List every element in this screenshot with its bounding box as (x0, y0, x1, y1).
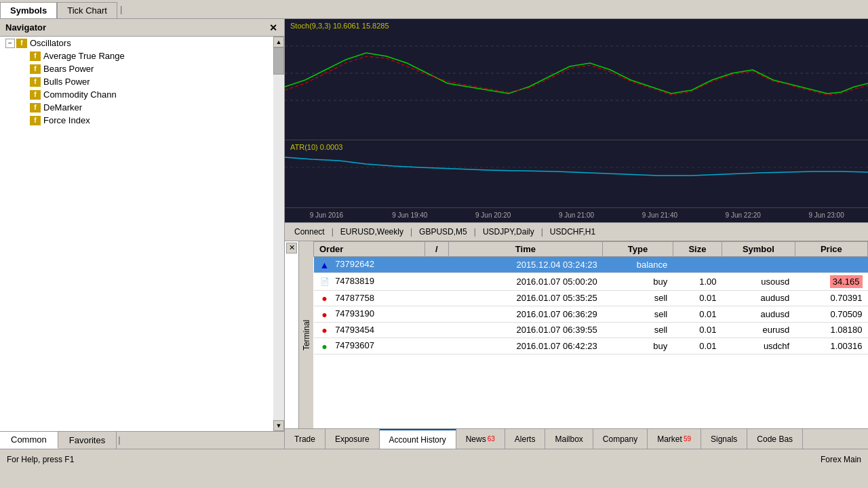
table-row[interactable]: ● 74793607 2016.01.07 06:42:23 buy 0.01 … (314, 338, 868, 354)
tree-toggle-oscillators[interactable]: − (5, 39, 15, 48)
col-time[interactable]: Time (448, 241, 603, 256)
btab-news[interactable]: News63 (456, 429, 505, 449)
symbol-usdjpy-daily[interactable]: USDJPY,Daily (479, 226, 538, 238)
tab-divider: | (117, 4, 125, 14)
tree-scroll-down-button[interactable]: ▼ (273, 420, 284, 431)
order-cell: ● 74787758 (314, 290, 425, 306)
col-symbol[interactable]: Symbol (722, 241, 795, 256)
tree-oscillators-group[interactable]: − f Oscillators (0, 37, 284, 49)
size-cell: 0.01 (673, 322, 722, 338)
status-help-text: For Help, press F1 (7, 455, 74, 464)
btab-mailbox[interactable]: Mailbox (545, 429, 593, 449)
table-row[interactable]: ● 74787758 2016.01.07 05:35:25 sell 0.01… (314, 290, 868, 306)
btab-alerts[interactable]: Alerts (505, 429, 546, 449)
btab-company[interactable]: Company (593, 429, 648, 449)
btab-account-history[interactable]: Account History (380, 429, 456, 449)
type-cell: buy (603, 272, 673, 290)
price-cell: 1.00316 (795, 338, 867, 354)
symbol-cell: usousd (722, 272, 795, 290)
symbol-cell: usdchf (722, 338, 795, 354)
symbol-bar: Connect | EURUSD,Weekly | GBPUSD,M5 | US… (285, 222, 868, 241)
tree-item-bulls-power[interactable]: f Bulls Power (0, 75, 284, 88)
terminal-label: Terminal (298, 241, 313, 428)
time-axis: 9 Jun 2016 9 Jun 19:40 9 Jun 20:20 9 Jun… (285, 207, 868, 222)
cci-indicator-icon: f (30, 90, 41, 100)
tree-item-avg-true-range[interactable]: f Average True Range (0, 49, 284, 62)
bulls-power-indicator-icon: f (30, 77, 41, 87)
buy-icon: ● (319, 341, 330, 352)
demarker-indicator-icon: f (30, 103, 41, 113)
tree-area: − f Oscillators f Average True Range f B… (0, 37, 284, 431)
order-cell: ● 74793607 (314, 338, 425, 354)
time-label-6: 9 Jun 23:00 (785, 211, 868, 219)
btab-codebase[interactable]: Code Bas (747, 429, 803, 449)
navigator-close-button[interactable]: ✕ (268, 22, 279, 33)
size-cell: 1.00 (673, 272, 722, 290)
symbol-cell: audusd (722, 290, 795, 306)
btab-signals[interactable]: Signals (701, 429, 747, 449)
news-badge: 63 (488, 435, 495, 443)
order-table[interactable]: Order / Time Type Size Symbol Price (313, 241, 868, 428)
order-cell: ▲ 73792642 (314, 256, 425, 272)
oscillators-folder-icon: f (16, 39, 27, 48)
sell-icon: ● (319, 309, 330, 320)
tab-tick-chart[interactable]: Tick Chart (57, 2, 117, 18)
time-label-0: 9 Jun 2016 (285, 211, 368, 219)
col-price[interactable]: Price (795, 241, 867, 256)
navigator-panel: Navigator ✕ − f Oscillators f Average Tr… (0, 19, 285, 449)
top-tabs-bar: Symbols Tick Chart | (0, 0, 868, 19)
right-panel: Stoch(9,3,3) 10.6061 15.8285 ATR(10) 0.0… (285, 19, 868, 449)
atr-chart-svg (285, 140, 868, 195)
table-row[interactable]: ● 74793454 2016.01.07 06:39:55 sell 0.01… (314, 322, 868, 338)
time-label-1: 9 Jun 19:40 (368, 211, 452, 219)
stoch-label: Stoch(9,3,3) 10.6061 15.8285 (290, 22, 389, 30)
tree-item-bears-power[interactable]: f Bears Power (0, 62, 284, 75)
col-size[interactable]: Size (673, 241, 722, 256)
order-cell: ● 74793190 (314, 306, 425, 323)
tree-scroll-up-button[interactable]: ▲ (273, 37, 284, 47)
size-cell: 0.01 (673, 338, 722, 354)
tree-item-force-index[interactable]: f Force Index (0, 114, 284, 127)
price-cell: 1.08180 (795, 322, 867, 338)
terminal-close-button[interactable]: ✕ (286, 243, 297, 253)
order-cell: ● 74793454 (314, 322, 425, 338)
tree-scrollbar[interactable]: ▲ ▼ (273, 37, 284, 431)
btab-exposure[interactable]: Exposure (326, 429, 380, 449)
table-row[interactable]: 📄 74783819 2016.01.07 05:00:20 buy 1.00 … (314, 272, 868, 290)
price-cell: 0.70509 (795, 306, 867, 323)
orders-table: Order / Time Type Size Symbol Price (313, 241, 868, 354)
col-sort[interactable]: / (425, 241, 448, 256)
nav-tab-favorites[interactable]: Favorites (58, 432, 117, 449)
symbol-gbpusd-m5[interactable]: GBPUSD,M5 (415, 226, 471, 238)
sell-icon: ● (319, 293, 330, 304)
atr-chart: ATR(10) 0.0003 (285, 140, 868, 207)
time-cell: 2016.01.07 06:42:23 (448, 338, 603, 354)
symbol-usdchf-h1[interactable]: USDCHF,H1 (546, 226, 599, 238)
status-right-text: Forex Main (821, 455, 861, 464)
table-header-row: Order / Time Type Size Symbol Price (314, 241, 868, 256)
tree-scroll-thumb[interactable] (273, 47, 284, 75)
tree-item-commodity-channel[interactable]: f Commodity Chann (0, 88, 284, 101)
price-cell: 34.165 (795, 272, 867, 290)
tab-symbols[interactable]: Symbols (0, 2, 57, 18)
table-row[interactable]: ● 74793190 2016.01.07 06:36:29 sell 0.01… (314, 306, 868, 323)
type-cell: sell (603, 322, 673, 338)
bottom-tabs: Trade Exposure Account History News63 Al… (285, 428, 868, 449)
tree-item-demarker[interactable]: f DeMarker (0, 101, 284, 114)
oscillators-label: Oscillators (30, 38, 71, 48)
btab-trade[interactable]: Trade (285, 429, 326, 449)
price-cell: 0.70391 (795, 290, 867, 306)
size-cell: 0.01 (673, 290, 722, 306)
col-type[interactable]: Type (603, 241, 673, 256)
table-row[interactable]: ▲ 73792642 2015.12.04 03:24:23 balance (314, 256, 868, 272)
symbol-connect[interactable]: Connect (290, 226, 329, 238)
symbol-cell (722, 256, 795, 272)
btab-market[interactable]: Market59 (648, 429, 701, 449)
col-order[interactable]: Order (314, 241, 425, 256)
symbol-eurusd-weekly[interactable]: EURUSD,Weekly (336, 226, 408, 238)
order-cell: 📄 74783819 (314, 272, 425, 290)
nav-tab-common[interactable]: Common (0, 432, 58, 449)
atr-indicator-icon: f (30, 52, 41, 61)
size-cell (673, 256, 722, 272)
bulls-power-label: Bulls Power (43, 77, 90, 87)
